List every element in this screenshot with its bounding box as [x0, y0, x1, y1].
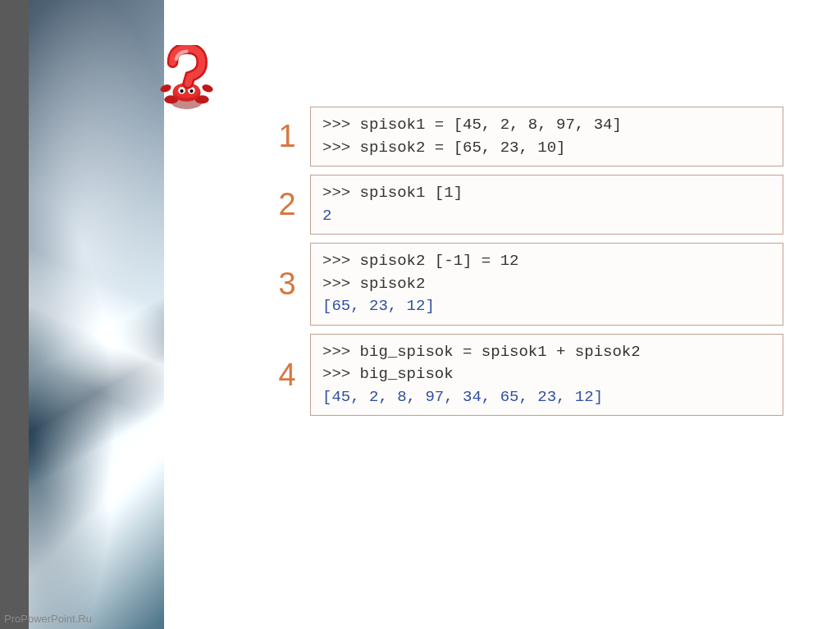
- code-line: >>> spisok1 = [45, 2, 8, 97, 34]: [322, 114, 771, 137]
- code-box: >>> spisok1 [1] 2: [310, 175, 783, 235]
- code-line: >>> spisok2: [322, 273, 771, 296]
- code-row-3: 3 >>> spisok2 [-1] = 12 >>> spisok2 [65,…: [271, 243, 783, 326]
- sidebar-left-edge: [0, 0, 29, 629]
- code-row-4: 4 >>> big_spisok = spisok1 + spisok2 >>>…: [271, 334, 783, 417]
- svg-point-10: [189, 89, 193, 93]
- question-mark-icon: [152, 45, 221, 115]
- row-number: 3: [271, 267, 304, 302]
- code-box: >>> spisok2 [-1] = 12 >>> spisok2 [65, 2…: [310, 243, 783, 326]
- row-number: 1: [271, 119, 304, 154]
- code-box: >>> spisok1 = [45, 2, 8, 97, 34] >>> spi…: [310, 107, 783, 166]
- svg-point-3: [159, 83, 172, 93]
- code-box: >>> big_spisok = spisok1 + spisok2 >>> b…: [310, 334, 783, 417]
- code-row-1: 1 >>> spisok1 = [45, 2, 8, 97, 34] >>> s…: [271, 107, 783, 166]
- svg-point-4: [201, 83, 214, 93]
- code-line: >>> big_spisok = spisok1 + spisok2: [322, 341, 771, 364]
- code-line: >>> spisok2 = [65, 23, 10]: [322, 137, 771, 160]
- code-output: [45, 2, 8, 97, 34, 65, 23, 12]: [322, 386, 771, 409]
- svg-point-9: [180, 89, 183, 93]
- code-row-2: 2 >>> spisok1 [1] 2: [271, 175, 783, 235]
- row-number: 2: [271, 187, 304, 222]
- code-examples-container: 1 >>> spisok1 = [45, 2, 8, 97, 34] >>> s…: [271, 107, 783, 424]
- code-output: [65, 23, 12]: [322, 295, 771, 318]
- row-number: 4: [271, 358, 304, 393]
- code-line: >>> spisok1 [1]: [322, 182, 771, 205]
- code-output: 2: [322, 205, 771, 228]
- code-line: >>> big_spisok: [322, 363, 771, 386]
- code-line: >>> spisok2 [-1] = 12: [322, 250, 771, 273]
- footer-attribution: ProPowerPoint.Ru: [4, 613, 92, 625]
